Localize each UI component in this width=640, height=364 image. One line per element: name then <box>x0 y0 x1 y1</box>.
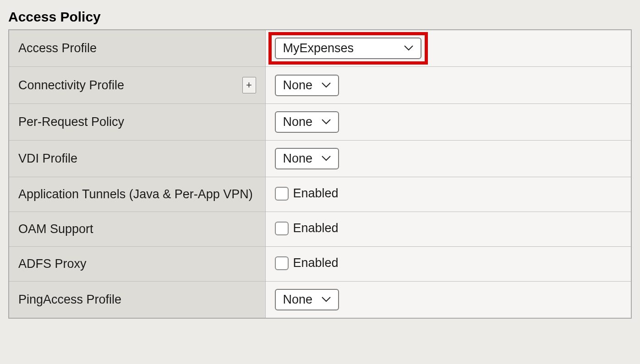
vdi-profile-value: None <box>283 152 313 166</box>
section-title: Access Policy <box>8 9 632 25</box>
access-profile-select[interactable]: MyExpenses <box>275 38 421 59</box>
row-app-tunnels: Application Tunnels (Java & Per-App VPN)… <box>9 177 631 212</box>
app-tunnels-checkbox-label: Enabled <box>293 186 339 201</box>
row-adfs-proxy: ADFS Proxy Enabled <box>9 247 631 282</box>
chevron-down-icon <box>322 154 331 163</box>
row-connectivity-profile: Connectivity Profile + None <box>9 67 631 104</box>
access-profile-value: MyExpenses <box>283 41 354 55</box>
connectivity-profile-value: None <box>283 78 313 92</box>
label-access-profile: Access Profile <box>18 41 97 55</box>
label-adfs-proxy: ADFS Proxy <box>18 257 87 271</box>
chevron-down-icon <box>322 117 331 127</box>
per-request-policy-value: None <box>283 115 313 129</box>
label-pingaccess-profile: PingAccess Profile <box>18 293 121 306</box>
chevron-down-icon <box>322 295 331 304</box>
app-tunnels-checkbox[interactable] <box>275 187 289 201</box>
oam-support-checkbox[interactable] <box>275 222 289 235</box>
label-per-request-policy: Per-Request Policy <box>18 115 124 129</box>
row-vdi-profile: VDI Profile None <box>9 141 631 177</box>
label-app-tunnels: Application Tunnels (Java & Per-App VPN) <box>18 187 253 201</box>
adfs-proxy-checkbox[interactable] <box>275 256 289 270</box>
row-oam-support: OAM Support Enabled <box>9 212 631 247</box>
adfs-proxy-checkbox-label: Enabled <box>293 256 339 270</box>
label-connectivity-profile: Connectivity Profile <box>18 78 124 92</box>
row-access-profile: Access Profile MyExpenses <box>9 30 631 67</box>
connectivity-profile-select[interactable]: None <box>275 75 339 96</box>
row-per-request-policy: Per-Request Policy None <box>9 104 631 141</box>
pingaccess-profile-value: None <box>283 293 313 307</box>
label-oam-support: OAM Support <box>18 222 93 236</box>
access-policy-table: Access Profile MyExpenses <box>8 29 632 319</box>
oam-support-checkbox-label: Enabled <box>293 221 339 235</box>
row-pingaccess-profile: PingAccess Profile None <box>9 282 631 319</box>
label-vdi-profile: VDI Profile <box>18 152 77 165</box>
chevron-down-icon <box>322 81 331 90</box>
vdi-profile-select[interactable]: None <box>275 148 339 169</box>
pingaccess-profile-select[interactable]: None <box>275 289 339 310</box>
chevron-down-icon <box>404 43 413 53</box>
per-request-policy-select[interactable]: None <box>275 111 339 133</box>
add-connectivity-profile-button[interactable]: + <box>242 77 256 93</box>
